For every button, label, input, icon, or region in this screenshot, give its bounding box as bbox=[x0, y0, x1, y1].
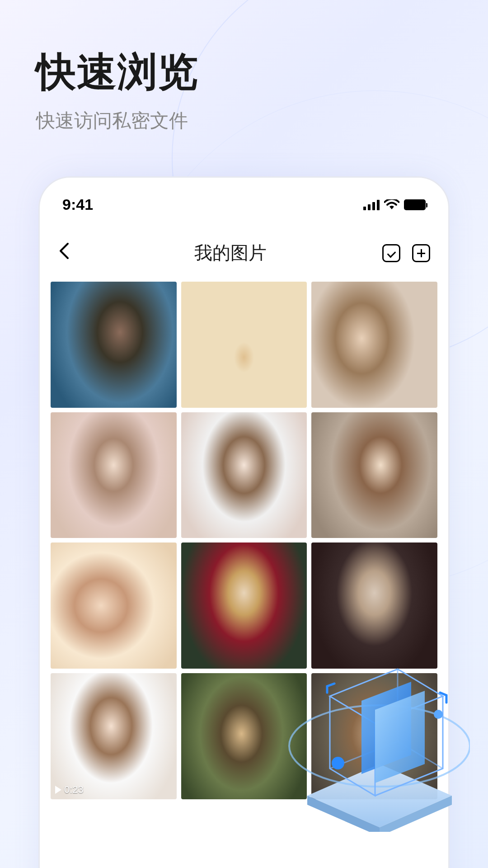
photo-thumb[interactable] bbox=[311, 282, 437, 408]
svg-rect-0 bbox=[363, 207, 366, 210]
photo-thumb[interactable] bbox=[181, 542, 307, 669]
photo-grid: 0:23 bbox=[40, 282, 448, 799]
photo-thumb[interactable] bbox=[181, 282, 307, 408]
promo-subtitle: 快速访问私密文件 bbox=[36, 108, 199, 133]
svg-rect-1 bbox=[368, 204, 371, 210]
photo-thumb[interactable] bbox=[311, 542, 437, 669]
wifi-icon bbox=[384, 199, 399, 210]
page-title: 我的图片 bbox=[80, 241, 380, 265]
photo-thumb[interactable] bbox=[51, 412, 177, 538]
photo-thumb[interactable] bbox=[311, 412, 437, 538]
add-icon[interactable] bbox=[412, 244, 430, 262]
status-time: 9:41 bbox=[62, 196, 93, 213]
status-bar: 9:41 bbox=[40, 178, 448, 222]
cellular-signal-icon bbox=[363, 199, 380, 210]
back-button[interactable] bbox=[58, 242, 80, 264]
photo-thumb[interactable] bbox=[311, 673, 437, 799]
svg-rect-3 bbox=[377, 200, 380, 210]
app-header: 我的图片 bbox=[40, 222, 448, 282]
battery-icon bbox=[404, 199, 426, 210]
photo-thumb[interactable] bbox=[181, 412, 307, 538]
svg-rect-2 bbox=[372, 202, 375, 210]
photo-thumb[interactable] bbox=[181, 673, 307, 799]
status-icons bbox=[363, 199, 426, 210]
photo-thumb[interactable] bbox=[51, 542, 177, 669]
promo-title: 快速浏览 bbox=[36, 45, 199, 99]
phone-mockup: 9:41 我的图片 bbox=[38, 176, 450, 868]
promo-header: 快速浏览 快速访问私密文件 bbox=[36, 45, 199, 133]
header-actions bbox=[380, 244, 430, 262]
select-mode-icon[interactable] bbox=[382, 244, 400, 262]
video-thumb[interactable]: 0:23 bbox=[51, 673, 177, 799]
photo-thumb[interactable] bbox=[51, 282, 177, 408]
video-duration: 0:23 bbox=[64, 784, 84, 796]
play-icon bbox=[55, 786, 61, 794]
video-duration-overlay: 0:23 bbox=[55, 784, 84, 796]
